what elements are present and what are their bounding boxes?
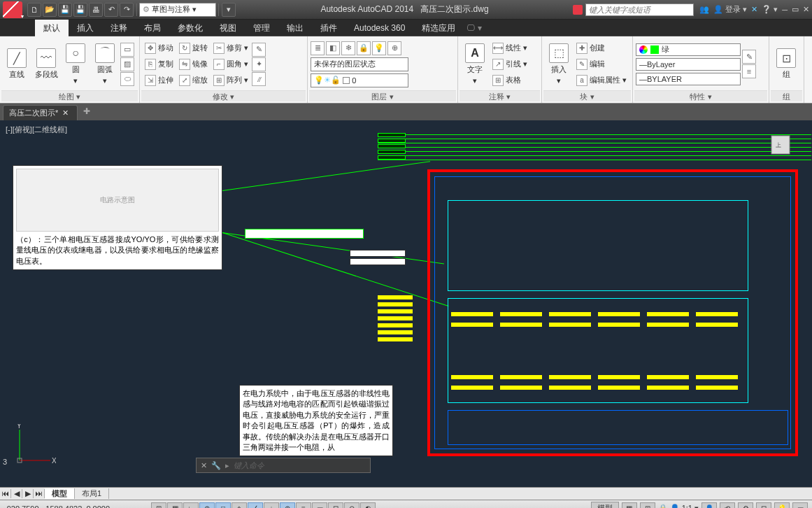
plot-icon[interactable]: 🖶 xyxy=(89,3,103,17)
lwt-toggle[interactable]: ≡ xyxy=(296,502,311,509)
trim-button[interactable]: ✂修剪 ▾ xyxy=(211,41,250,56)
array-button[interactable]: ⊞阵列 ▾ xyxy=(211,73,250,88)
anno-scale-button[interactable]: 🔒 👤 1:1 ▾ xyxy=(658,504,699,508)
maximize-icon[interactable]: ▭ xyxy=(792,5,799,14)
leader-button[interactable]: ↗引线 ▾ xyxy=(490,57,529,72)
hw-accel-icon[interactable]: ⊡ xyxy=(756,502,771,509)
qp-toggle[interactable]: ⊡ xyxy=(328,502,343,509)
layer-state-dropdown[interactable]: 未保存的图层状态 xyxy=(311,57,408,71)
tab-insert[interactable]: 插入 xyxy=(69,20,102,36)
view-cube[interactable]: 上 xyxy=(763,127,798,162)
rotate-button[interactable]: ↻旋转 xyxy=(177,41,210,56)
qat-more-icon[interactable]: ▾ xyxy=(222,3,236,17)
layer-props-icon[interactable]: ≣ xyxy=(311,41,325,55)
model-space-button[interactable]: 模型 xyxy=(591,502,619,508)
offset-icon[interactable]: ⫽ xyxy=(252,72,266,86)
file-tab-1[interactable]: 高压二次图示* ✕ xyxy=(3,105,78,120)
ws-switch-icon[interactable]: ⚙ xyxy=(738,502,753,509)
am-toggle[interactable]: ◐ xyxy=(360,502,376,509)
new-tab-icon[interactable]: ✚ xyxy=(79,106,94,120)
new-icon[interactable]: 🗋 xyxy=(27,3,41,17)
cmd-settings-icon[interactable]: 🔧 xyxy=(211,461,221,470)
layer-freeze-icon[interactable]: ❄ xyxy=(341,41,355,55)
layout-prev-icon[interactable]: ◀ xyxy=(11,489,22,498)
save-icon[interactable]: 💾 xyxy=(58,3,72,17)
tab-a360[interactable]: Autodesk 360 xyxy=(346,20,413,36)
saveas-icon[interactable]: 💾 xyxy=(73,3,87,17)
layer-off-icon[interactable]: 💡 xyxy=(372,41,386,55)
ducs-toggle[interactable]: ⟂ xyxy=(264,502,279,509)
layer-iso-icon[interactable]: ◧ xyxy=(326,41,340,55)
snap-toggle[interactable]: ⊞ xyxy=(151,502,166,509)
tab-parametric[interactable]: 参数化 xyxy=(169,20,211,36)
mirror-button[interactable]: ⇋镜像 xyxy=(177,57,210,72)
panel-block-title[interactable]: 块 ▾ xyxy=(543,90,631,101)
rectangle-icon[interactable]: ▭ xyxy=(120,43,134,57)
polar-toggle[interactable]: ⊕ xyxy=(199,502,215,509)
table-button[interactable]: ⊞表格 xyxy=(490,73,529,88)
stretch-button[interactable]: ⇲拉伸 xyxy=(143,73,176,88)
tab-view[interactable]: 视图 xyxy=(211,20,245,36)
tab-featured[interactable]: 精选应用 xyxy=(413,20,464,36)
osnap-toggle[interactable]: □ xyxy=(215,502,231,509)
close-icon[interactable]: ✕ xyxy=(803,5,809,14)
app-menu-button[interactable] xyxy=(3,1,22,18)
ortho-toggle[interactable]: ∟ xyxy=(183,502,199,509)
infocenter-icon[interactable]: 👥 xyxy=(699,5,709,14)
panel-draw-title[interactable]: 绘图 ▾ xyxy=(1,90,138,101)
anno-auto-icon[interactable]: ⟲ xyxy=(720,502,735,509)
move-button[interactable]: ✥移动 xyxy=(143,41,176,56)
tab-layout[interactable]: 布局 xyxy=(136,20,169,36)
tab-output[interactable]: 输出 xyxy=(278,20,312,36)
clean-screen-icon[interactable]: ▭ xyxy=(792,502,808,509)
qv-drawings-icon[interactable]: ⊞ xyxy=(640,502,655,509)
polyline-button[interactable]: 〰多段线 xyxy=(32,47,60,81)
panel-group-title[interactable]: 组 xyxy=(771,90,802,101)
drawing-area[interactable]: [-][俯视][二维线框] xyxy=(0,120,812,487)
viewport-label[interactable]: [-][俯视][二维线框] xyxy=(6,125,67,135)
line-button[interactable]: ╱直线 xyxy=(3,47,31,81)
sc-toggle[interactable]: ⊙ xyxy=(344,502,359,509)
linetype-dropdown[interactable]: — ByLayer xyxy=(636,58,741,71)
layout-tab-1[interactable]: 布局1 xyxy=(75,488,109,499)
command-line[interactable]: ✕ 🔧 ▸ 键入命令 xyxy=(196,458,371,473)
cmd-close-icon[interactable]: ✕ xyxy=(201,461,207,470)
erase-icon[interactable]: ✎ xyxy=(252,43,266,57)
panel-annotation-title[interactable]: 注释 ▾ xyxy=(460,90,540,101)
match-props-icon[interactable]: ✎ xyxy=(742,50,756,64)
layout-tab-model[interactable]: 模型 xyxy=(45,488,75,499)
arc-button[interactable]: ⌒圆弧▾ xyxy=(91,42,119,87)
layout-quick-icon[interactable]: ▦ xyxy=(622,502,637,509)
3dosnap-toggle[interactable]: ◈ xyxy=(232,502,247,509)
explode-icon[interactable]: ✦ xyxy=(252,57,266,71)
edit-attr-button[interactable]: a编辑属性 ▾ xyxy=(574,73,629,88)
tpy-toggle[interactable]: ▭ xyxy=(312,502,327,509)
isolate-icon[interactable]: 💡 xyxy=(774,502,790,509)
fillet-button[interactable]: ⌐圆角 ▾ xyxy=(211,57,250,72)
lineweight-dropdown[interactable]: — BYLAYER xyxy=(636,73,741,85)
ellipse-icon[interactable]: ⬭ xyxy=(120,72,134,86)
signin-button[interactable]: 👤 登录 ▾ xyxy=(713,4,747,15)
minimize-icon[interactable]: ─ xyxy=(782,6,788,14)
help-search-input[interactable] xyxy=(585,3,694,16)
dyn-toggle[interactable]: ⊕ xyxy=(280,502,295,509)
redo-icon[interactable]: ↷ xyxy=(120,3,134,17)
copy-button[interactable]: ⎘复制 xyxy=(143,57,176,72)
undo-icon[interactable]: ↶ xyxy=(104,3,118,17)
open-icon[interactable]: 📂 xyxy=(43,3,57,17)
tab-manage[interactable]: 管理 xyxy=(245,20,278,36)
insert-block-button[interactable]: ⬚插入▾ xyxy=(545,42,573,87)
layer-match-icon[interactable]: ⊕ xyxy=(387,41,401,55)
exchange-icon[interactable]: ✕ xyxy=(751,5,757,14)
layout-last-icon[interactable]: ⏭ xyxy=(34,489,45,498)
workspace-dropdown[interactable]: ⚙ 草图与注释 ▾ xyxy=(139,3,216,17)
text-button[interactable]: A文字▾ xyxy=(461,42,489,87)
group-button[interactable]: ⊡组 xyxy=(772,47,800,81)
hatch-icon[interactable]: ▨ xyxy=(120,57,134,71)
tab-plugins[interactable]: 插件 xyxy=(312,20,346,36)
layout-next-icon[interactable]: ▶ xyxy=(22,489,34,498)
color-dropdown[interactable]: 绿 xyxy=(636,43,741,56)
tab-default[interactable]: 默认 xyxy=(35,20,69,36)
tab-annotate[interactable]: 注释 xyxy=(102,20,136,36)
layer-current-dropdown[interactable]: 💡☀🔓 0 xyxy=(311,73,408,87)
